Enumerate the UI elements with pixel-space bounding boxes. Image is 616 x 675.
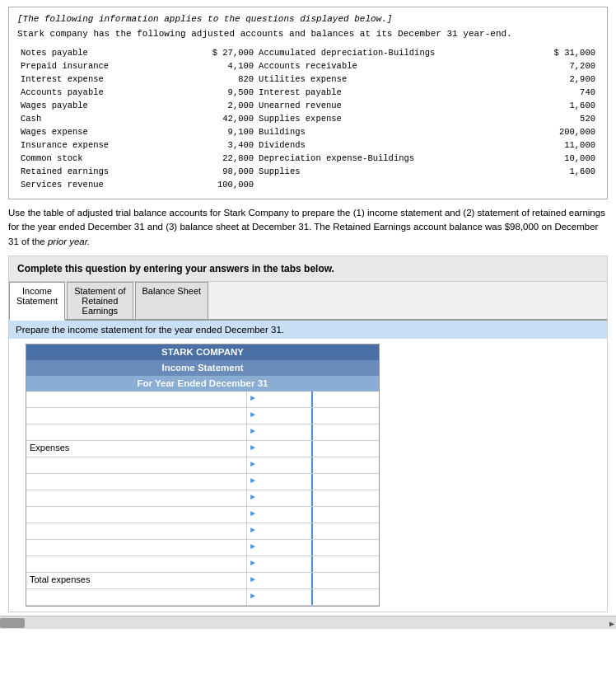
acc-left-val-9: 98,000: [173, 166, 255, 177]
acc-left-name-10: Services revenue: [19, 179, 171, 190]
stmt-val1-8[interactable]: ►: [247, 523, 313, 539]
stmt-val2-6[interactable]: [313, 490, 379, 506]
acc-right-val-2: 2,900: [515, 73, 597, 85]
stmt-val1-4[interactable]: ►: [247, 457, 313, 473]
acc-left-name-6: Wages expense: [19, 126, 171, 138]
acc-left-val-7: 3,400: [173, 139, 255, 151]
stmt-label-1[interactable]: [26, 408, 247, 424]
stmt-label-8[interactable]: [26, 523, 247, 539]
prepare-bar: Prepare the income statement for the yea…: [9, 321, 607, 339]
desc-text1: Use the table of adjusted trial balance …: [8, 208, 605, 246]
stmt-val2-8[interactable]: [313, 523, 379, 539]
stmt-val1-indicator-4: ►: [250, 460, 255, 469]
stmt-val2-1[interactable]: [313, 408, 379, 424]
acc-right-val-7: 11,000: [515, 139, 597, 151]
scroll-right-arrow[interactable]: ▶: [609, 619, 614, 629]
stmt-label-0[interactable]: [26, 391, 247, 407]
tab-income-statement[interactable]: Income Statement: [9, 282, 65, 321]
stmt-val2-7[interactable]: [313, 507, 379, 523]
stmt-row-5: ►: [26, 474, 379, 490]
acc-left-name-5: Cash: [19, 113, 171, 124]
complete-box-text: Complete this question by entering your …: [17, 263, 334, 274]
stmt-val1-11[interactable]: ►: [247, 573, 313, 588]
tab-balance-line1: Balance Sheet: [142, 286, 202, 296]
desc-italic: prior year.: [48, 237, 90, 246]
stmt-val1-indicator-7: ►: [250, 509, 255, 518]
acc-right-val-0: $ 31,000: [515, 47, 597, 59]
acc-right-name-8: Depreciation expense-Buildings: [257, 152, 513, 164]
stmt-val1-indicator-3: ►: [250, 443, 255, 452]
stmt-row-6: ►: [26, 490, 379, 507]
info-intro-text: Stark company has the following adjusted…: [17, 29, 599, 39]
stmt-val2-3[interactable]: [313, 441, 379, 457]
acc-left-name-4: Wages payable: [19, 100, 171, 111]
stmt-label-7[interactable]: [26, 507, 247, 523]
stmt-val1-indicator-6: ►: [250, 493, 255, 502]
stmt-label-5[interactable]: [26, 474, 247, 490]
acc-right-val-3: 740: [515, 87, 597, 98]
stmt-company-row: STARK COMPANY: [26, 345, 379, 360]
stmt-val1-indicator-8: ►: [250, 526, 255, 535]
stmt-val1-9[interactable]: ►: [247, 540, 313, 555]
stmt-val2-9[interactable]: [313, 540, 379, 555]
stmt-label-9[interactable]: [26, 540, 247, 555]
stmt-val2-10[interactable]: [313, 556, 379, 572]
stmt-val1-10[interactable]: ►: [247, 556, 313, 572]
stmt-val1-12[interactable]: ►: [247, 589, 313, 605]
stmt-rows-container: ► ► ► Expenses ► ► ► ►: [26, 391, 379, 606]
acc-right-val-9: 1,600: [515, 166, 597, 177]
horizontal-scrollbar[interactable]: ◀ ▶: [0, 616, 616, 629]
stmt-val2-2[interactable]: [313, 424, 379, 440]
acc-right-name-0: Accumulated depreciation-Buildings: [257, 47, 513, 59]
stmt-val1-3[interactable]: ►: [247, 441, 313, 457]
acc-left-val-6: 9,100: [173, 126, 255, 138]
stmt-label-10[interactable]: [26, 556, 247, 572]
stmt-row-11: Total expenses ►: [26, 573, 379, 589]
stmt-val2-4[interactable]: [313, 457, 379, 473]
tab-income-line1: Income: [16, 286, 58, 296]
acc-left-name-8: Common stock: [19, 152, 171, 164]
stmt-val1-5[interactable]: ►: [247, 474, 313, 490]
acc-right-val-8: 10,000: [515, 152, 597, 164]
stmt-row-4: ►: [26, 457, 379, 474]
stmt-val2-5[interactable]: [313, 474, 379, 490]
acc-right-name-4: Unearned revenue: [257, 100, 513, 111]
stmt-period-row: For Year Ended December 31: [26, 376, 379, 391]
stmt-val1-indicator-1: ►: [250, 410, 255, 420]
stmt-label-12[interactable]: [26, 589, 247, 605]
stmt-val1-6[interactable]: ►: [247, 490, 313, 506]
stmt-val2-0[interactable]: [313, 391, 379, 407]
tab-balance-sheet[interactable]: Balance Sheet: [135, 282, 209, 319]
tabs-area: Income Statement Statement of Retained E…: [8, 282, 608, 612]
acc-right-val-4: 1,600: [515, 100, 597, 111]
statement-container: STARK COMPANY Income Statement For Year …: [26, 344, 380, 607]
acc-left-name-0: Notes payable: [19, 47, 171, 59]
stmt-val1-1[interactable]: ►: [247, 408, 313, 424]
tab-retained-line1: Statement of: [74, 286, 125, 296]
tab-retained-earnings[interactable]: Statement of Retained Earnings: [67, 282, 133, 319]
stmt-label-6[interactable]: [26, 490, 247, 506]
description-paragraph: Use the table of adjusted trial balance …: [8, 206, 608, 249]
stmt-val1-indicator-9: ►: [250, 542, 255, 551]
stmt-val2-11[interactable]: [313, 573, 379, 588]
stmt-title-row: Income Statement: [26, 360, 379, 376]
stmt-row-12: ►: [26, 589, 379, 606]
scrollbar-thumb[interactable]: [0, 618, 25, 628]
acc-left-val-10: 100,000: [173, 179, 255, 190]
stmt-row-7: ►: [26, 507, 379, 523]
info-box: [The following information applies to th…: [8, 7, 608, 199]
acc-left-name-9: Retained earnings: [19, 166, 171, 177]
acc-left-val-8: 22,800: [173, 152, 255, 164]
stmt-label-2[interactable]: [26, 424, 247, 440]
stmt-val1-indicator-12: ►: [250, 592, 255, 601]
stmt-label-4[interactable]: [26, 457, 247, 473]
acc-left-val-3: 9,500: [173, 87, 255, 98]
stmt-val1-0[interactable]: ►: [247, 391, 313, 407]
stmt-val2-12[interactable]: [313, 589, 379, 605]
stmt-val1-2[interactable]: ►: [247, 424, 313, 440]
tabs-row: Income Statement Statement of Retained E…: [9, 282, 607, 321]
stmt-label-3: Expenses: [26, 441, 247, 457]
stmt-val1-indicator-10: ►: [250, 559, 255, 568]
stmt-val1-7[interactable]: ►: [247, 507, 313, 523]
acc-right-name-3: Interest payable: [257, 87, 513, 98]
